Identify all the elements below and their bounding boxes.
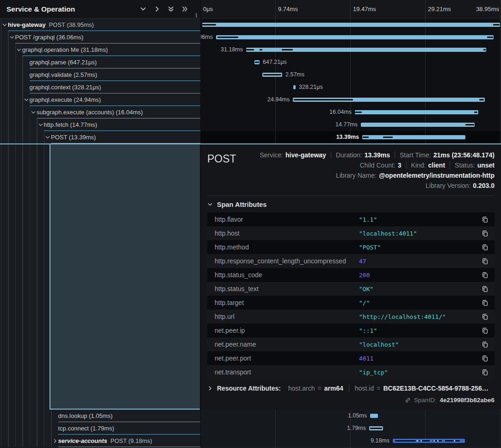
- waterfall-lane[interactable]: 24.94ms: [201, 93, 501, 106]
- trace-span-row[interactable]: http.fetch (14.77ms)14.77ms: [0, 118, 501, 131]
- copy-icon[interactable]: [475, 244, 495, 251]
- waterfall-lane[interactable]: 36.06ms: [201, 31, 501, 44]
- copy-icon[interactable]: [475, 313, 495, 320]
- span-name-label: http.fetch (14.77ms): [44, 121, 98, 128]
- chevron-down-icon[interactable]: [24, 97, 30, 103]
- tree-cell[interactable]: http.fetch (14.77ms): [0, 118, 201, 131]
- trace-span-row[interactable]: tcp.connect (1.79ms)1.79ms: [0, 422, 501, 435]
- waterfall-lane[interactable]: 1.05ms: [201, 410, 501, 422]
- collapse-one-icon[interactable]: [140, 6, 147, 12]
- trace-span-row[interactable]: POST /graphql (36.06ms)36.06ms: [0, 31, 501, 44]
- span-name-label: subgraph.execute (accounts) (16.04ms): [37, 109, 143, 116]
- waterfall-lane[interactable]: 328.21μs: [201, 81, 501, 93]
- span-duration-bar[interactable]: [370, 414, 378, 418]
- trace-span-row[interactable]: graphql.parse (647.21μs)647.21μs: [0, 56, 501, 68]
- chevron-down-icon[interactable]: [31, 110, 37, 115]
- copy-icon[interactable]: [475, 327, 495, 334]
- span-duration-bar[interactable]: [293, 98, 485, 102]
- expand-one-icon[interactable]: [154, 6, 161, 12]
- copy-icon[interactable]: [475, 286, 495, 292]
- link-icon[interactable]: [405, 397, 411, 403]
- waterfall-lane[interactable]: 31.18ms: [201, 44, 501, 56]
- copy-icon[interactable]: [475, 216, 495, 223]
- chevron-right-icon[interactable]: [52, 438, 58, 444]
- child-span-mark: [383, 137, 393, 138]
- chevron-down-icon[interactable]: [16, 47, 22, 53]
- overview-value: unset: [477, 162, 495, 169]
- overview-line: Library Version:0.203.0: [255, 180, 495, 191]
- span-duration-bar[interactable]: [362, 135, 465, 139]
- trace-span-row[interactable]: graphql.validate (2.57ms)2.57ms: [0, 68, 501, 81]
- trace-span-row[interactable]: dns.lookup (1.05ms)1.05ms: [0, 410, 501, 422]
- chevron-down-icon[interactable]: [9, 35, 15, 40]
- span-duration-bar[interactable]: [293, 85, 296, 89]
- waterfall-lane[interactable]: 2.57ms: [201, 68, 501, 81]
- resource-attributes-row[interactable]: Resource Attributes: host.arch=arm64host…: [207, 385, 495, 392]
- tree-controls: [140, 6, 188, 12]
- attribute-value: "/": [359, 299, 475, 306]
- span-attributes-header[interactable]: Span Attributes: [207, 196, 495, 212]
- trace-span-row[interactable]: POST (13.39ms)13.39ms: [0, 131, 501, 143]
- event-dot: [433, 440, 435, 442]
- waterfall-lane[interactable]: 14.77ms: [201, 118, 501, 131]
- panel-resize-handle[interactable]: ∥: [195, 12, 198, 18]
- chevron-down-icon[interactable]: [45, 135, 51, 140]
- copy-icon[interactable]: [475, 258, 495, 265]
- overview-label: Status:: [455, 162, 475, 169]
- chevron-down-icon[interactable]: [2, 22, 8, 28]
- waterfall-lane[interactable]: 16.04ms: [201, 106, 501, 118]
- copy-icon[interactable]: [475, 369, 495, 376]
- span-duration-bar[interactable]: [202, 23, 500, 27]
- trace-span-row[interactable]: graphql.operation Me (31.18ms)31.18ms: [0, 44, 501, 56]
- trace-span-row[interactable]: subgraph.execute (accounts) (16.04ms)16.…: [0, 106, 501, 118]
- overview-value: 0.203.0: [473, 182, 495, 189]
- attribute-key: http.method: [207, 243, 359, 251]
- tree-cell[interactable]: POST /graphql (36.06ms): [0, 31, 201, 44]
- attribute-key: http.target: [207, 299, 359, 306]
- expand-all-icon[interactable]: [181, 6, 188, 12]
- tree-cell[interactable]: graphql.operation Me (31.18ms): [0, 44, 201, 56]
- attribute-row: http.status_code200: [207, 268, 495, 282]
- tree-cell[interactable]: subgraph.execute (accounts) (16.04ms): [0, 106, 201, 118]
- attribute-row: net.transport"ip_tcp": [207, 365, 495, 379]
- trace-span-row[interactable]: graphql.context (328.21μs)328.21μs: [0, 81, 501, 93]
- waterfall-lane[interactable]: 9.18ms: [201, 435, 501, 447]
- tree-cell[interactable]: POST (13.39ms): [0, 131, 201, 143]
- span-duration-bar[interactable]: [355, 110, 478, 114]
- trace-span-row[interactable]: hive-gatewayPOST (38.95ms): [0, 19, 501, 31]
- span-duration-bar[interactable]: [369, 426, 383, 430]
- copy-icon[interactable]: [475, 272, 495, 279]
- span-duration-bar[interactable]: [254, 60, 260, 64]
- waterfall-lane[interactable]: 13.39ms: [201, 131, 501, 143]
- collapse-all-icon[interactable]: [167, 6, 174, 12]
- span-duration-bar[interactable]: [262, 73, 282, 77]
- span-duration-bar[interactable]: [393, 439, 465, 443]
- tree-cell[interactable]: dns.lookup (1.05ms): [0, 410, 201, 422]
- trace-span-row[interactable]: graphql.execute (24.94ms)24.94ms: [0, 93, 501, 106]
- span-duration-bar[interactable]: [216, 35, 494, 39]
- copy-icon[interactable]: [475, 299, 495, 306]
- tree-cell[interactable]: service-accountsPOST (9.18ms): [0, 435, 201, 447]
- tree-cell[interactable]: graphql.parse (647.21μs): [0, 56, 201, 68]
- waterfall-lane[interactable]: 647.21μs: [201, 56, 501, 68]
- waterfall-lane[interactable]: 1.79ms: [201, 422, 501, 435]
- tree-cell[interactable]: graphql.validate (2.57ms): [0, 68, 201, 81]
- attribute-key: http.status_code: [207, 271, 359, 279]
- trace-span-row[interactable]: service-accountsPOST (9.18ms)9.18ms: [0, 435, 501, 447]
- waterfall-lane[interactable]: [201, 19, 501, 31]
- copy-icon[interactable]: [475, 355, 495, 362]
- chevron-down-icon[interactable]: [38, 122, 44, 128]
- tree-cell[interactable]: tcp.connect (1.79ms): [0, 422, 201, 435]
- span-name-label: hive-gatewayPOST (38.95ms): [8, 21, 94, 28]
- tree-cell[interactable]: graphql.context (328.21μs): [0, 81, 201, 93]
- copy-icon[interactable]: [475, 341, 495, 348]
- tree-cell[interactable]: graphql.execute (24.94ms): [0, 93, 201, 106]
- tree-cell[interactable]: hive-gatewayPOST (38.95ms): [0, 19, 201, 31]
- service-operation-title: Service & Operation: [6, 5, 140, 13]
- copy-icon[interactable]: [475, 230, 495, 237]
- span-name-label: graphql.parse (647.21μs): [30, 59, 97, 66]
- attribute-row: http.host"localhost:4011": [207, 226, 495, 240]
- span-duration-bar[interactable]: [246, 48, 486, 52]
- duration-label: 328.21μs: [299, 81, 323, 93]
- span-duration-bar[interactable]: [361, 123, 475, 127]
